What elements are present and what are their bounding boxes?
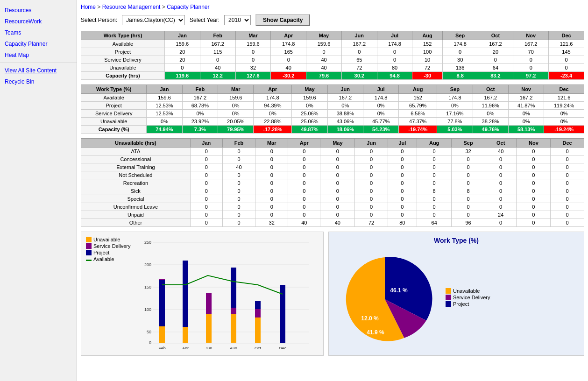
hours-row-label-1: Project — [81, 48, 165, 56]
hours-cell-1-1: 115 — [200, 48, 235, 56]
hours-cell-4-11: -23.4 — [549, 72, 584, 80]
svg-text:200: 200 — [144, 262, 151, 267]
show-capacity-button[interactable]: Show Capacity — [255, 14, 310, 26]
unavail-row-label-3: Not Scheduled — [81, 171, 191, 179]
unavail-cell-9-8: 96 — [452, 219, 485, 227]
unavail-cell-8-6: 0 — [388, 211, 417, 219]
unavail-cell-1-4: 0 — [320, 155, 355, 163]
unavail-cell-0-9: 40 — [485, 148, 517, 155]
pct-cell-4-10: 58.13% — [508, 126, 544, 134]
svg-text:Dec: Dec — [279, 346, 287, 349]
pct-cell-2-5: 38.88% — [327, 110, 363, 118]
unavail-row-label-4: Recreation — [81, 179, 191, 187]
unavail-row-label-7: Unconfirmed Leave — [81, 203, 191, 211]
legend-available: Available — [86, 256, 137, 262]
sidebar-item-teams[interactable]: Teams — [0, 27, 77, 38]
pct-cell-3-3: 22.88% — [254, 118, 292, 126]
hours-cell-3-1: 40 — [200, 64, 235, 72]
pct-cell-1-8: 0% — [437, 102, 473, 110]
unavail-cell-8-2: 0 — [255, 211, 288, 219]
legend-unavailable: Unavailable — [86, 237, 137, 242]
breadcrumb-capacity-planner[interactable]: Capacity Planner — [167, 4, 209, 10]
svg-text:12.0 %: 12.0 % — [361, 315, 379, 322]
legend-service-delivery: Service Delivery — [86, 243, 137, 249]
pct-cell-1-6: 0% — [363, 102, 398, 110]
unavail-cell-8-11: 0 — [551, 211, 584, 219]
unavail-cell-0-7: 0 — [417, 148, 452, 155]
hours-table: Work Type (hrs) Jan Feb Mar Apr May Jun … — [81, 31, 584, 80]
unavail-cell-9-7: 64 — [417, 219, 452, 227]
unavail-cell-4-2: 0 — [255, 179, 288, 187]
bar-feb-project — [159, 280, 165, 326]
unavail-cell-9-5: 72 — [355, 219, 388, 227]
sidebar-item-resources[interactable]: Resources — [0, 5, 77, 16]
pct-cell-1-3: 94.39% — [254, 102, 292, 110]
sidebar-item-resourcework[interactable]: ResourceWork — [0, 16, 77, 27]
bar-apr-project — [183, 261, 188, 327]
unavail-cell-1-8: 0 — [452, 155, 485, 163]
unavail-row-label-6: Special — [81, 195, 191, 203]
pie-chart-container: Work Type (%) 46.1 % 12.0 % — [328, 232, 584, 356]
unavail-cell-6-11: 0 — [551, 195, 584, 203]
select-person-dropdown[interactable]: James.Clayton(CC) — [122, 15, 185, 25]
hours-cell-2-2: 0 — [235, 56, 271, 64]
unavail-cell-8-0: 0 — [190, 211, 222, 219]
unavail-row-label-2: External Training — [81, 163, 191, 171]
sidebar-item-view-all-site-content[interactable]: View All Site Content — [0, 65, 77, 76]
unavail-cell-1-3: 0 — [288, 155, 320, 163]
unavail-cell-9-2: 32 — [255, 219, 288, 227]
pct-cell-3-7: 47.37% — [399, 118, 437, 126]
unavail-row-label-9: Other — [81, 219, 191, 227]
svg-text:150: 150 — [144, 285, 151, 289]
unavailable-table-title: Unavailable (hrs) — [81, 139, 191, 148]
unavail-cell-3-6: 0 — [388, 171, 417, 179]
breadcrumb-resource-management[interactable]: Resource Management — [102, 4, 161, 10]
hours-cell-2-8: 30 — [442, 56, 478, 64]
unavail-cell-2-2: 0 — [255, 163, 288, 171]
pct-row-label-2: Service Delivery — [81, 110, 147, 118]
hours-cell-4-6: 94.8 — [377, 72, 412, 80]
pct-cell-2-8: 17.16% — [437, 110, 473, 118]
unavail-cell-7-2: 0 — [255, 203, 288, 211]
hours-cell-2-6: 0 — [377, 56, 412, 64]
sidebar-item-heat-map[interactable]: Heat Map — [0, 49, 77, 61]
sidebar-item-recycle-bin[interactable]: Recycle Bin — [0, 76, 77, 87]
hours-cell-4-9: 83.2 — [478, 72, 513, 80]
unavail-cell-9-9: 0 — [485, 219, 517, 227]
pct-cell-0-2: 159.6 — [218, 94, 254, 102]
unavail-cell-0-4: 0 — [320, 148, 355, 155]
pct-row-label-0: Available — [81, 94, 147, 102]
unavail-cell-4-0: 0 — [190, 179, 222, 187]
unavail-cell-9-10: 0 — [517, 219, 551, 227]
svg-text:46.1 %: 46.1 % — [390, 287, 408, 294]
unavail-cell-7-3: 0 — [288, 203, 320, 211]
breadcrumb-home[interactable]: Home — [81, 4, 96, 10]
toolbar: Select Person: James.Clayton(CC) Select … — [81, 14, 584, 26]
pct-cell-3-5: 43.06% — [327, 118, 363, 126]
unavail-cell-6-4: 0 — [320, 195, 355, 203]
unavail-cell-5-9: 0 — [485, 187, 517, 195]
hours-cell-3-11: 0 — [549, 64, 584, 72]
pct-cell-2-0: 12.53% — [147, 110, 182, 118]
pct-cell-0-0: 159.6 — [147, 94, 182, 102]
pct-cell-0-1: 167.2 — [182, 94, 218, 102]
bar-oct-unavail — [255, 318, 261, 343]
unavail-cell-1-6: 0 — [388, 155, 417, 163]
unavail-cell-3-0: 0 — [190, 171, 222, 179]
sidebar-item-capacity-planner[interactable]: Capacity Planner — [0, 38, 77, 49]
unavail-cell-2-0: 0 — [190, 163, 222, 171]
select-year-dropdown[interactable]: 2010 — [224, 15, 251, 25]
hours-row-label-4: Capacity (hrs) — [81, 72, 165, 80]
pct-cell-0-6: 174.8 — [363, 94, 398, 102]
hours-cell-1-2: 0 — [235, 48, 271, 56]
hours-cell-0-2: 159.6 — [235, 40, 271, 48]
unavail-cell-8-1: 0 — [222, 211, 255, 219]
unavail-cell-2-11: 0 — [551, 163, 584, 171]
unavail-cell-2-4: 0 — [320, 163, 355, 171]
pct-cell-0-4: 159.6 — [292, 94, 327, 102]
hours-cell-4-5: 30.2 — [341, 72, 377, 80]
pct-row-label-3: Unavailable — [81, 118, 147, 126]
pct-cell-1-9: 11.96% — [473, 102, 508, 110]
pct-cell-4-0: 74.94% — [147, 126, 182, 134]
hours-cell-0-6: 174.8 — [377, 40, 412, 48]
